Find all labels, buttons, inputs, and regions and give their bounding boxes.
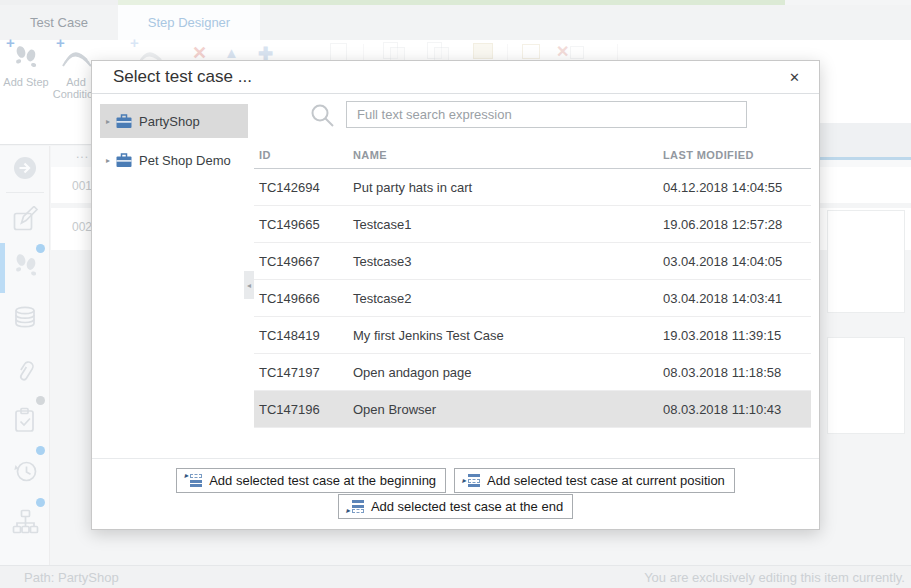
hierarchy-icon[interactable] [11,508,41,538]
grid-header-ellipsis: ... [76,147,89,161]
tree-item-pet-shop-demo[interactable]: ▸ Pet Shop Demo [100,143,248,177]
add-step-button[interactable]: + Add Step [2,42,50,88]
cell-modified: 04.12.2018 14:04:55 [663,180,811,195]
dialog-title: Select test case ... [113,67,252,87]
cell-modified: 19.03.2018 11:39:15 [663,328,811,343]
navigate-arrow-icon[interactable] [11,154,41,184]
tree-item-label: PartyShop [139,114,200,129]
dialog-button-row: ▸ Add selected test case at the beginnin… [92,468,819,493]
briefcase-icon [116,114,132,129]
plus-icon: + [6,37,15,49]
background-panel [827,337,905,434]
tree-item-partyshop[interactable]: ▸ PartyShop [100,104,248,138]
tab-test-case-label: Test Case [30,15,88,30]
cell-modified: 08.03.2018 11:10:43 [663,402,811,417]
steps-footprints-icon[interactable] [11,250,41,280]
cell-id: TC147197 [259,365,353,380]
tree-collapse-splitter[interactable]: ◂ [244,271,254,299]
history-icon[interactable] [11,456,41,486]
table-row[interactable]: TC149667 Testcase3 03.04.2018 14:04:05 [254,243,811,280]
select-test-case-dialog: Select test case ... ✕ ▸ PartyShop ▸ Pet… [91,60,820,530]
notification-dot [36,498,45,507]
table-row[interactable]: TC149666 Testcase2 03.04.2018 14:03:41 [254,280,811,317]
table-row[interactable]: TC147197 Open andagon page 08.03.2018 11… [254,354,811,391]
edit-icon[interactable] [11,206,41,236]
cell-name: Put party hats in cart [353,180,663,195]
cell-id: TC149666 [259,291,353,306]
test-case-tree: ▸ PartyShop ▸ Pet Shop Demo [100,104,248,177]
search-icon [310,103,336,129]
column-id: ID [259,149,353,161]
collapse-arrow-icon: ◂ [247,281,251,290]
condition-wave-icon: + [60,42,92,72]
table-row[interactable]: TC149665 Testcase1 19.06.2018 12:57:28 [254,206,811,243]
cell-name: My first Jenkins Test Case [353,328,663,343]
add-at-end-button[interactable]: ▸ Add selected test case at the end [338,494,573,519]
sidebar-divider [6,192,44,193]
cell-name: Testcase1 [353,217,663,232]
move-up-icon: ▲ [224,44,239,61]
dialog-title-divider [92,93,819,94]
expander-icon[interactable]: ▸ [100,156,116,165]
add-at-current-position-label: Add selected test case at current positi… [487,473,725,488]
database-icon[interactable] [11,304,41,334]
add-at-beginning-label: Add selected test case at the beginning [209,473,436,488]
cell-modified: 03.04.2018 14:03:41 [663,291,811,306]
remove-run-box-icon [570,46,584,59]
notification-dot [36,396,45,405]
background-blue-divider [820,157,911,160]
footprints-icon: + [10,42,42,72]
step-row-number: 001 [72,179,92,193]
add-step-label: Add Step [2,76,50,88]
add-at-beginning-icon: ▸ [186,473,203,488]
paste-icon [473,43,493,59]
background-band [820,123,911,157]
background-panel [827,210,905,313]
cell-id: TC149665 [259,217,353,232]
cell-name: Open Browser [353,402,663,417]
plus-icon: + [56,37,65,49]
add-at-end-label: Add selected test case at the end [371,499,563,514]
checklist-clipboard-icon[interactable] [11,406,41,436]
run-settings-icon [522,44,540,59]
tab-step-designer-label: Step Designer [148,15,230,30]
step-row-number: 002 [72,220,92,234]
table-header: ID NAME LAST MODIFIED [254,141,811,169]
status-bar: Path: PartyShop You are exclusively edit… [0,565,911,588]
remove-run-icon: ✕ [556,42,569,61]
column-name: NAME [353,149,663,161]
active-section-indicator [0,243,5,293]
attachment-paperclip-icon[interactable] [11,358,41,388]
plus-icon: + [130,37,139,49]
tab-step-designer[interactable]: Step Designer [118,5,260,40]
tree-item-label: Pet Shop Demo [139,153,231,168]
table-row[interactable]: TC148419 My first Jenkins Test Case 19.0… [254,317,811,354]
dialog-footer-divider [92,458,819,459]
table-row-selected[interactable]: TC147196 Open Browser 08.03.2018 11:10:4… [254,391,811,428]
status-path: Path: PartyShop [24,570,119,585]
dialog-button-row: ▸ Add selected test case at the end [92,494,819,519]
search-input[interactable] [346,101,747,128]
add-at-end-icon: ▸ [348,499,365,514]
cell-modified: 03.04.2018 14:04:05 [663,254,811,269]
notification-dot [36,446,45,455]
cell-modified: 19.06.2018 12:57:28 [663,217,811,232]
column-last-modified: LAST MODIFIED [663,149,811,161]
status-editing-notice: You are exclusively editing this item cu… [644,570,905,585]
briefcase-icon [116,153,132,168]
sidebar [0,146,50,565]
cell-name: Open andagon page [353,365,663,380]
expander-icon[interactable]: ▸ [100,117,116,126]
cell-id: TC147196 [259,402,353,417]
cell-id: TC148419 [259,328,353,343]
add-at-current-position-button[interactable]: ▸ Add selected test case at current posi… [454,468,735,493]
add-at-beginning-button[interactable]: ▸ Add selected test case at the beginnin… [176,468,446,493]
cell-modified: 08.03.2018 11:18:58 [663,365,811,380]
table-row[interactable]: TC142694 Put party hats in cart 04.12.20… [254,169,811,206]
cell-id: TC142694 [259,180,353,195]
cell-name: Testcase3 [353,254,663,269]
cell-name: Testcase2 [353,291,663,306]
cell-id: TC149667 [259,254,353,269]
add-at-current-position-icon: ▸ [464,473,481,488]
close-icon[interactable]: ✕ [785,68,804,87]
